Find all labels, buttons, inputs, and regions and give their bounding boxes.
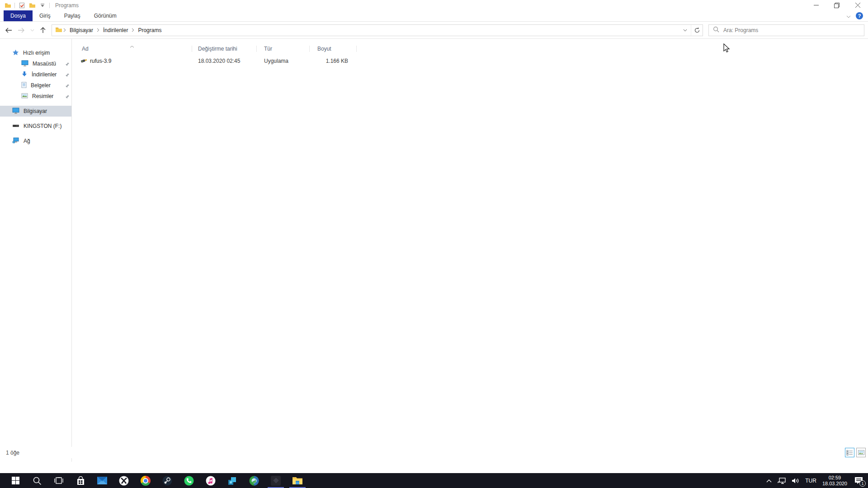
- search-box[interactable]: [708, 24, 864, 36]
- help-button[interactable]: ?: [856, 12, 863, 19]
- idm-icon[interactable]: [243, 473, 265, 488]
- recent-locations-icon[interactable]: [28, 24, 36, 36]
- network-icon[interactable]: [778, 478, 786, 484]
- usb-drive-icon: [12, 123, 19, 129]
- sidebar-item-masaustu[interactable]: Masaüstü: [0, 58, 71, 69]
- clock-date: 18.03.2020: [822, 481, 847, 487]
- sidebar-item-label: Ağ: [24, 138, 30, 144]
- refresh-icon[interactable]: [691, 25, 703, 36]
- expand-ribbon-icon[interactable]: [846, 12, 851, 20]
- sidebar-item-label: KINGSTON (F:): [24, 123, 61, 129]
- steam-icon[interactable]: [156, 473, 178, 488]
- taskbar-search-icon[interactable]: [26, 473, 48, 488]
- search-icon: [713, 26, 719, 34]
- ribbon-tab-bar: Dosya Giriş Paylaş Görünüm ?: [0, 10, 868, 21]
- minimize-button[interactable]: [806, 0, 826, 10]
- action-center-icon[interactable]: 1: [853, 476, 864, 486]
- xbox-icon[interactable]: [113, 473, 135, 488]
- sidebar-gap: [0, 102, 71, 106]
- language-indicator[interactable]: TUR: [805, 478, 816, 484]
- column-headers: Ad Değiştirme tarihi Tür Boyut: [72, 42, 868, 55]
- app-folder-icon: [4, 2, 11, 9]
- column-header-ad[interactable]: Ad: [72, 42, 192, 55]
- close-button[interactable]: [847, 0, 868, 10]
- volume-icon[interactable]: [792, 478, 799, 484]
- documents-icon: [21, 82, 27, 89]
- sidebar-item-label: Belgeler: [31, 82, 51, 89]
- dark-media-app-icon[interactable]: [265, 473, 287, 488]
- sidebar-item-belgeler[interactable]: Belgeler: [0, 80, 71, 91]
- mail-icon[interactable]: [91, 473, 113, 488]
- file-name: rufus-3.9: [90, 58, 111, 64]
- breadcrumb-item-bilgisayar[interactable]: Bilgisayar: [67, 27, 96, 33]
- sidebar-item-resimler[interactable]: Resimler: [0, 91, 71, 102]
- previous-locations-icon[interactable]: [679, 25, 691, 36]
- new-folder-icon[interactable]: [28, 2, 36, 9]
- explorer-window: Programs Dosya Giriş Paylaş Görünüm ?: [0, 0, 868, 473]
- address-folder-icon: [55, 26, 62, 34]
- sidebar-item-indirilenler[interactable]: İndirilenler: [0, 69, 71, 80]
- view-toggles: [845, 448, 866, 457]
- pin-icon: [65, 61, 70, 68]
- whatsapp-icon[interactable]: [178, 473, 200, 488]
- blue-cubes-app-icon[interactable]: [222, 473, 243, 488]
- breadcrumb-item-programs[interactable]: Programs: [135, 27, 164, 33]
- usb-app-icon: [80, 57, 87, 65]
- sidebar-item-bilgisayar[interactable]: Bilgisayar: [0, 106, 71, 117]
- sidebar-gap: [0, 117, 71, 121]
- start-button[interactable]: [5, 473, 26, 488]
- back-button[interactable]: [3, 24, 14, 36]
- tab-giris[interactable]: Giriş: [33, 10, 57, 21]
- sidebar-item-label: Masaüstü: [33, 61, 56, 67]
- window-title: Programs: [55, 2, 79, 9]
- taskbar-clock[interactable]: 02:59 18.03.2020: [822, 475, 847, 487]
- sidebar-item-quick-access[interactable]: Hızlı erişim: [0, 47, 71, 58]
- file-list-pane: Ad Değiştirme tarihi Tür Boyut rufus-3.9…: [72, 39, 868, 462]
- status-bar: 1 öğe: [0, 447, 868, 458]
- column-header-boyut[interactable]: Boyut: [310, 42, 357, 55]
- customize-quick-access-icon[interactable]: [39, 2, 46, 9]
- column-header-tur[interactable]: Tür: [257, 42, 310, 55]
- star-icon: [12, 49, 19, 57]
- taskbar: TUR 02:59 18.03.2020 1: [0, 473, 868, 488]
- sidebar-item-label: Bilgisayar: [24, 108, 47, 114]
- window-controls: [806, 0, 868, 10]
- navigation-pane: Hızlı erişim Masaüstü İndirilenler: [0, 39, 72, 462]
- sidebar-item-ag[interactable]: Ağ: [0, 136, 71, 146]
- network-icon: [12, 137, 19, 145]
- downloads-icon: [21, 71, 28, 79]
- tray-chevron-icon[interactable]: [766, 479, 772, 483]
- microsoft-store-icon[interactable]: [70, 473, 91, 488]
- notification-badge: 1: [859, 480, 866, 487]
- navigation-bar: Bilgisayar İndirilenler Programs: [0, 21, 868, 39]
- chrome-icon[interactable]: [135, 473, 156, 488]
- system-tray: TUR 02:59 18.03.2020 1: [766, 475, 868, 487]
- forward-button[interactable]: [15, 24, 27, 36]
- pin-icon: [65, 83, 70, 89]
- sidebar-item-label: İndirilenler: [32, 71, 57, 78]
- column-header-degistirme-tarihi[interactable]: Değiştirme tarihi: [192, 42, 257, 55]
- tab-gorunum[interactable]: Görünüm: [87, 10, 123, 21]
- tab-dosya[interactable]: Dosya: [4, 10, 33, 21]
- breadcrumb-chevron-icon: [62, 28, 67, 32]
- file-explorer-icon[interactable]: [287, 473, 308, 488]
- search-input[interactable]: [723, 27, 864, 33]
- pin-icon: [65, 94, 70, 100]
- breadcrumb-item-indirilenler[interactable]: İndirilenler: [100, 27, 131, 33]
- qat-separator: [49, 3, 50, 8]
- clock-time: 02:59: [822, 475, 847, 481]
- details-view-button[interactable]: [845, 448, 854, 457]
- properties-icon[interactable]: [18, 2, 25, 9]
- address-bar[interactable]: Bilgisayar İndirilenler Programs: [52, 24, 703, 36]
- large-icons-view-button[interactable]: [856, 448, 866, 457]
- tab-paylas[interactable]: Paylaş: [57, 10, 87, 21]
- sidebar-item-label: Hızlı erişim: [23, 50, 50, 56]
- sidebar-item-kingston[interactable]: KINGSTON (F:): [0, 121, 71, 131]
- qat-separator: [14, 3, 15, 8]
- restore-button[interactable]: [826, 0, 847, 10]
- task-view-icon[interactable]: [48, 473, 70, 488]
- itunes-icon[interactable]: [200, 473, 222, 488]
- up-button[interactable]: [37, 24, 49, 36]
- file-row-rufus[interactable]: rufus-3.9 18.03.2020 02:45 Uygulama 1.16…: [72, 55, 868, 67]
- quick-access-toolbar: [0, 0, 50, 10]
